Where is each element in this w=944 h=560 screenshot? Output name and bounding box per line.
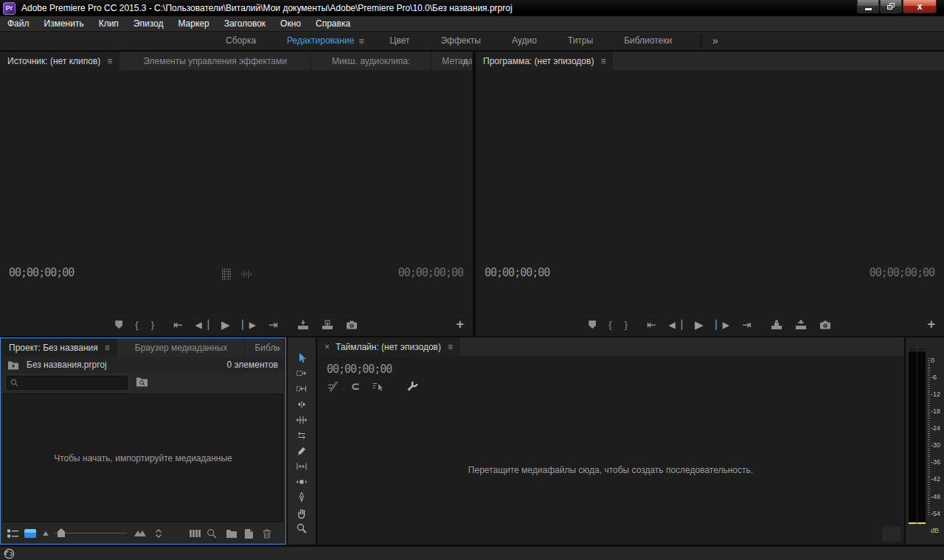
timeline-drop-zone[interactable]: Перетащите медиафайлы сюда, чтобы создат… [317, 395, 904, 545]
slide-tool-icon[interactable] [294, 474, 310, 489]
panel-menu-icon[interactable]: ≡ [448, 342, 453, 352]
rolling-edit-tool-icon[interactable] [294, 396, 310, 412]
go-to-out-icon[interactable]: ⇥ [268, 319, 278, 330]
insert-icon[interactable] [297, 320, 309, 330]
project-item-list[interactable]: Чтобы начать, импортируйте медиаданные [3, 393, 283, 522]
audio-meter[interactable]: 0 -6 -12 -18 -24 -30 -36 -42 -48 -54 dB [906, 337, 944, 545]
minimize-button[interactable] [857, 0, 879, 13]
tab-timeline[interactable]: × Таймлайн: (нет эпизодов) ≡ [317, 337, 460, 356]
panel-menu-icon[interactable]: ≡ [105, 343, 110, 353]
clear-trash-icon[interactable] [262, 528, 272, 539]
drag-audio-icon[interactable] [240, 269, 251, 279]
play-button-icon[interactable]: ▶ [221, 319, 230, 330]
zoom-tool-icon[interactable] [294, 520, 310, 536]
workspace-tab-effects[interactable]: Эффекты [425, 32, 496, 50]
ripple-edit-tool-icon[interactable] [294, 381, 310, 396]
search-bin-button[interactable] [136, 377, 148, 387]
zoom-slider-thumb[interactable] [58, 528, 65, 537]
button-editor-icon[interactable]: + [927, 317, 935, 332]
go-to-in-icon[interactable]: ⇤ [647, 319, 656, 330]
extract-icon[interactable] [795, 320, 807, 330]
track-select-forward-tool-icon[interactable] [294, 365, 310, 381]
panel-menu-icon[interactable]: ≡ [107, 56, 112, 66]
linked-selection-icon[interactable] [372, 381, 384, 392]
menu-file[interactable]: Файл [0, 16, 37, 31]
add-marker-icon[interactable] [115, 321, 122, 329]
step-back-icon[interactable]: ◀▕ [669, 321, 682, 329]
project-root-folder-icon[interactable] [7, 360, 19, 370]
zoom-slider[interactable] [53, 533, 127, 533]
step-forward-icon[interactable]: ▏▶ [716, 321, 729, 329]
hand-tool-icon[interactable] [294, 505, 310, 520]
lift-icon[interactable] [771, 320, 782, 330]
workspace-menu-icon[interactable]: ≡ [359, 36, 375, 46]
selection-tool-icon[interactable] [294, 350, 310, 365]
menu-edit[interactable]: Изменить [37, 16, 91, 31]
icon-view-icon[interactable] [24, 529, 36, 538]
menu-title[interactable]: Заголовок [217, 16, 273, 31]
search-field[interactable] [7, 376, 128, 390]
drag-video-icon[interactable] [221, 268, 231, 280]
menu-help[interactable]: Справка [308, 16, 358, 31]
menu-marker[interactable]: Маркер [170, 16, 216, 31]
automate-to-sequence-icon[interactable] [190, 529, 201, 538]
snap-icon[interactable] [350, 381, 361, 392]
mark-out-icon[interactable]: } [151, 320, 154, 329]
workspace-tab-editing[interactable]: Редактирование [271, 32, 358, 50]
mark-out-icon[interactable]: } [625, 320, 628, 329]
workspace-tab-color[interactable]: Цвет [375, 32, 426, 50]
tab-source[interactable]: Источник: (нет клипов) ≡ [0, 52, 119, 70]
zoom-out-icon[interactable] [43, 531, 49, 536]
export-frame-icon[interactable] [346, 320, 358, 330]
source-current-timecode[interactable]: 00;00;00;00 [9, 266, 74, 279]
workspace-tab-titles[interactable]: Титры [552, 32, 608, 50]
panel-menu-icon[interactable]: ≡ [600, 56, 605, 66]
go-to-out-icon[interactable]: ⇥ [742, 319, 752, 330]
close-panel-icon[interactable]: × [324, 342, 330, 352]
menu-sequence[interactable]: Эпизод [126, 16, 171, 31]
tab-overflow-icon[interactable]: » [462, 52, 468, 70]
mark-in-icon[interactable]: { [135, 320, 138, 329]
mark-in-icon[interactable]: { [608, 320, 611, 329]
workspace-tab-assembly[interactable]: Сборка [210, 32, 271, 50]
search-input[interactable] [21, 378, 120, 388]
timeline-scrollbar-thumb[interactable] [882, 527, 900, 542]
tab-media-browser[interactable]: Браузер медиаданных [117, 339, 246, 357]
nest-sequences-icon[interactable] [327, 381, 339, 392]
menu-window[interactable]: Окно [273, 16, 308, 31]
zoom-in-icon[interactable] [134, 531, 146, 536]
razor-tool-icon[interactable] [294, 443, 310, 458]
tab-overflow-icon[interactable]: » [274, 339, 280, 357]
close-button[interactable]: x [903, 0, 937, 13]
timeline-settings-icon[interactable] [406, 380, 418, 392]
pen-tool-icon[interactable] [294, 489, 310, 505]
project-file-name[interactable]: Без названия.prproj [27, 360, 107, 370]
overwrite-icon[interactable] [322, 320, 333, 330]
program-current-timecode[interactable]: 00;00;00;00 [485, 266, 549, 279]
creative-cloud-icon[interactable] [4, 548, 15, 559]
list-view-icon[interactable] [7, 528, 19, 538]
go-to-in-icon[interactable]: ⇤ [173, 319, 183, 330]
add-marker-icon[interactable] [589, 321, 596, 329]
step-forward-icon[interactable]: ▏▶ [243, 321, 256, 329]
menu-clip[interactable]: Клип [91, 16, 126, 31]
sort-icon[interactable] [153, 528, 164, 539]
find-icon[interactable] [206, 528, 217, 539]
step-back-icon[interactable]: ◀▕ [195, 321, 209, 329]
workspace-tab-audio[interactable]: Аудио [496, 32, 552, 50]
restore-button[interactable] [880, 0, 902, 13]
tab-project[interactable]: Проект: Без названия ≡ [1, 339, 117, 357]
tab-program[interactable]: Программа: (нет эпизодов) ≡ [476, 52, 613, 70]
button-editor-icon[interactable]: + [456, 317, 464, 332]
export-frame-icon[interactable] [819, 320, 831, 330]
timeline-current-timecode[interactable]: 00;00;00;00 [327, 363, 904, 376]
new-item-icon[interactable] [244, 528, 254, 539]
stretch-tool-icon[interactable] [294, 427, 310, 443]
workspace-tab-libraries[interactable]: Библиотеки [608, 32, 687, 50]
tab-audio-clip-mixer[interactable]: Микш. аудиоклипа: [311, 52, 431, 70]
slip-tool-icon[interactable] [294, 458, 310, 474]
new-bin-icon[interactable] [226, 528, 237, 538]
play-button-icon[interactable]: ▶ [695, 319, 704, 330]
tab-effect-controls[interactable]: Элементы управления эффектами [119, 52, 311, 70]
workspace-overflow-icon[interactable]: » [712, 32, 718, 50]
